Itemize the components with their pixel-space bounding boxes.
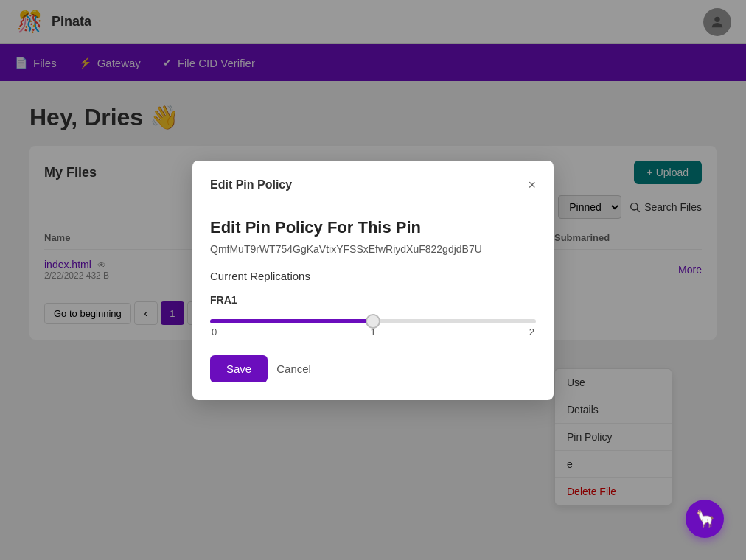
modal-title: Edit Pin Policy bbox=[210, 178, 292, 192]
replication-label: Current Replications bbox=[210, 270, 536, 282]
modal: Edit Pin Policy × Edit Pin Policy For Th… bbox=[192, 161, 554, 400]
tick-0: 0 bbox=[212, 326, 217, 337]
modal-footer: Save Cancel bbox=[210, 355, 536, 382]
tick-1: 1 bbox=[370, 326, 375, 337]
cancel-button[interactable]: Cancel bbox=[276, 363, 311, 375]
replication-slider[interactable] bbox=[210, 319, 536, 323]
fab-button[interactable]: 🦙 bbox=[686, 500, 724, 538]
fab-icon: 🦙 bbox=[695, 509, 715, 528]
modal-body: Edit Pin Policy For This Pin QmfMuT9rWT7… bbox=[210, 218, 536, 337]
save-button[interactable]: Save bbox=[210, 355, 268, 382]
tick-2: 2 bbox=[529, 326, 534, 337]
modal-header: Edit Pin Policy × bbox=[210, 178, 536, 203]
pin-heading: Edit Pin Policy For This Pin bbox=[210, 218, 536, 237]
pin-cid: QmfMuT9rWT754GgKaVtixYFSSxEfwRiydXuF822g… bbox=[210, 243, 536, 255]
modal-overlay: Edit Pin Policy × Edit Pin Policy For Th… bbox=[0, 0, 746, 560]
region-block: FRA1 0 1 2 bbox=[210, 294, 536, 337]
region-name: FRA1 bbox=[210, 294, 536, 306]
modal-close-button[interactable]: × bbox=[528, 178, 536, 192]
